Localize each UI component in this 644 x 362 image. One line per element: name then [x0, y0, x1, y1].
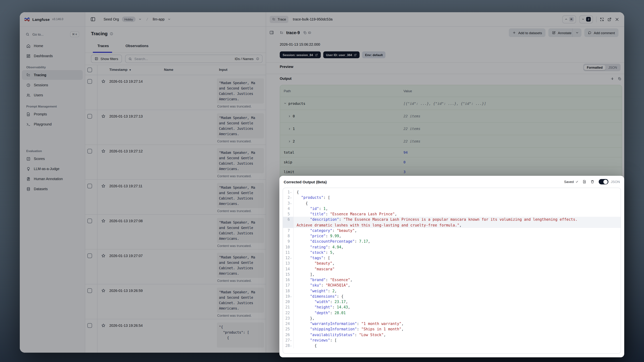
- tree-panel-toggle-icon[interactable]: [269, 30, 274, 35]
- trace-table-row[interactable]: 2026-01-13 19:27:13"Madam Speaker, Ma an…: [85, 110, 266, 145]
- row-checkbox[interactable]: [88, 323, 92, 328]
- code-line-5[interactable]: 5 "title": "Essence Mascara Lash Prince"…: [283, 212, 621, 217]
- sidebar-item-llm-as-a-judge[interactable]: LLM-as-a-Judge: [22, 164, 83, 174]
- code-line-10[interactable]: 10 "rating": 4.94,: [283, 244, 621, 250]
- copy-icon[interactable]: [618, 77, 621, 80]
- project-name[interactable]: llm-app: [153, 17, 165, 21]
- row-input-preview[interactable]: "Madam Speaker, Ma and Second Gentle Cab…: [217, 113, 264, 138]
- sidebar-toggle-icon[interactable]: [90, 16, 96, 22]
- fold-chevron-icon[interactable]: ⌄: [290, 255, 292, 261]
- row-checkbox[interactable]: [88, 254, 92, 258]
- code-line-27[interactable]: 27⌄ "reviews": [: [283, 338, 621, 343]
- code-line-13[interactable]: 13 "beauty",: [283, 261, 621, 266]
- code-line-9[interactable]: 9 "discountPercentage": 7.17,: [283, 239, 621, 244]
- row-input-preview[interactable]: "{ "products": [ {: [217, 322, 264, 348]
- info-icon[interactable]: [256, 57, 259, 60]
- file-plus-icon[interactable]: [582, 180, 586, 184]
- code-line-17[interactable]: 17 "sku": "RCH45Q1A",: [283, 283, 621, 288]
- row-checkbox[interactable]: [88, 79, 92, 84]
- code-line-4[interactable]: 4 "id": 1,: [283, 206, 621, 212]
- code-line-21[interactable]: 21 "height": 14.43,: [283, 305, 621, 310]
- row-input-preview[interactable]: "Madam Speaker, Ma and Second Gentle Cab…: [217, 218, 264, 243]
- open-external-icon[interactable]: [607, 17, 612, 22]
- annotate-dropdown-button[interactable]: [572, 28, 582, 37]
- row-input-preview[interactable]: "Madam Speaker, Ma and Second Gentle Cab…: [217, 78, 264, 104]
- column-header-timestamp[interactable]: Timestamp▼: [109, 68, 132, 72]
- project-chevron-down-icon[interactable]: [168, 18, 170, 21]
- expand-fullscreen-icon[interactable]: [600, 17, 604, 22]
- trace-table-row[interactable]: 2026-01-13 19:27:14"Madam Speaker, Ma an…: [85, 75, 266, 110]
- fold-chevron-icon[interactable]: ⌄: [290, 195, 292, 200]
- code-line-23[interactable]: 23 },: [283, 316, 621, 321]
- code-line-15[interactable]: 15 ],: [283, 272, 621, 277]
- id-label[interactable]: ID: [308, 31, 311, 34]
- next-trace-button[interactable]: J: [579, 15, 593, 23]
- add-comment-button[interactable]: Add comment: [584, 28, 618, 37]
- fold-chevron-icon[interactable]: ⌄: [290, 190, 292, 195]
- sidebar-item-dashboards[interactable]: Dashboards: [22, 51, 83, 61]
- row-checkbox[interactable]: [88, 149, 92, 154]
- code-line-6[interactable]: 6 "description": "The Essence Mascara La…: [283, 217, 621, 228]
- select-all-checkbox[interactable]: [88, 68, 92, 72]
- trace-table-row[interactable]: 2026-01-13 19:27:08"Madam Speaker, Ma an…: [85, 214, 266, 250]
- code-line-18[interactable]: 18 "weight": 2,: [283, 288, 621, 294]
- code-line-22[interactable]: 22 "depth": 28.01: [283, 310, 621, 316]
- column-header-input[interactable]: Input: [219, 68, 228, 72]
- output-row-1[interactable]: 122 items: [280, 122, 622, 135]
- tab-preview[interactable]: Preview: [280, 65, 294, 69]
- fold-chevron-icon[interactable]: ⌄: [290, 343, 292, 348]
- code-line-28[interactable]: 28⌄ {: [283, 343, 621, 348]
- row-checkbox[interactable]: [88, 184, 92, 188]
- trace-table-row[interactable]: 2026-01-13 19:27:12"Madam Speaker, Ma an…: [85, 145, 266, 180]
- sidebar-item-datasets[interactable]: Datasets: [22, 184, 83, 194]
- sidebar-item-sessions[interactable]: Sessions: [22, 80, 83, 90]
- tab-observations[interactable]: Observations: [126, 44, 148, 48]
- output-row-0[interactable]: 022 items: [280, 110, 622, 122]
- badge-user-id[interactable]: User ID: user_384: [323, 52, 360, 58]
- sidebar-item-tracing[interactable]: Tracing: [22, 70, 83, 80]
- code-line-11[interactable]: 11 "stock": 5,: [283, 250, 621, 256]
- code-line-16[interactable]: 16 "brand": "Essence",: [283, 277, 621, 283]
- format-formatted[interactable]: Formatted: [584, 65, 606, 70]
- code-line-19[interactable]: 19⌄ "dimensions": {: [283, 294, 621, 299]
- row-checkbox[interactable]: [88, 218, 92, 223]
- trace-table-row[interactable]: 2026-01-13 19:26:59"Madam Speaker, Ma an…: [85, 284, 266, 319]
- org-chevron-down-icon[interactable]: [138, 18, 142, 21]
- info-icon[interactable]: [110, 32, 114, 36]
- trace-table-row[interactable]: 2026-01-13 19:26:54"{ "products": [ {: [85, 319, 266, 353]
- badge-env[interactable]: Env: default: [362, 52, 386, 58]
- code-line-20[interactable]: 20 "width": 23.17,: [283, 299, 621, 305]
- fold-chevron-icon[interactable]: ⌄: [290, 338, 292, 343]
- tab-traces[interactable]: Traces: [98, 44, 109, 48]
- code-line-25[interactable]: 25 "shippingInformation": "Ships in 1 mo…: [283, 326, 621, 332]
- expand-rows-icon[interactable]: [610, 77, 614, 80]
- row-input-preview[interactable]: "Madam Speaker, Ma and Second Gentle Cab…: [217, 148, 264, 173]
- annotate-button[interactable]: Annotate: [548, 28, 575, 37]
- code-line-2[interactable]: 2⌄ "products": [: [283, 195, 621, 200]
- code-line-1[interactable]: 1⌄{: [283, 190, 621, 195]
- trace-table-row[interactable]: 2026-01-13 19:27:07"Madam Speaker, Ma an…: [85, 250, 266, 284]
- format-json[interactable]: JSON: [606, 65, 620, 70]
- row-input-preview[interactable]: "Madam Speaker, Ma and Second Gentle Cab…: [217, 253, 264, 278]
- code-line-3[interactable]: 3⌄ {: [283, 200, 621, 206]
- search-input[interactable]: Search... IDs / Names: [125, 55, 262, 63]
- copy-icon[interactable]: [303, 31, 306, 34]
- code-line-24[interactable]: 24 "warrantyInformation": "1 month warra…: [283, 321, 621, 326]
- show-filters-button[interactable]: Show filters: [91, 55, 122, 63]
- sidebar-item-human-annotation[interactable]: Human Annotation: [22, 174, 83, 184]
- json-code-editor[interactable]: 1⌄{2⌄ "products": [3⌄ {4 "id": 1,5 "titl…: [283, 188, 621, 354]
- code-line-8[interactable]: 8 "price": 9.99,: [283, 233, 621, 239]
- fold-chevron-icon[interactable]: ⌄: [290, 294, 292, 299]
- trash-icon[interactable]: [590, 180, 594, 184]
- column-header-name[interactable]: Name: [164, 68, 173, 72]
- goto-search[interactable]: Go to... ⌘ K: [23, 30, 82, 39]
- code-line-7[interactable]: 7 "category": "beauty",: [283, 228, 621, 234]
- prev-trace-button[interactable]: K: [562, 15, 576, 23]
- row-input-preview[interactable]: "Madam Speaker, Ma and Second Gentle Cab…: [217, 288, 264, 313]
- sidebar-item-users[interactable]: Users: [22, 90, 83, 100]
- close-icon[interactable]: [615, 17, 619, 22]
- sidebar-item-scores[interactable]: Scores: [22, 154, 83, 164]
- org-name[interactable]: Seed Org: [104, 17, 119, 21]
- fold-chevron-icon[interactable]: ⌄: [290, 200, 292, 206]
- sidebar-item-home[interactable]: Home: [22, 41, 83, 51]
